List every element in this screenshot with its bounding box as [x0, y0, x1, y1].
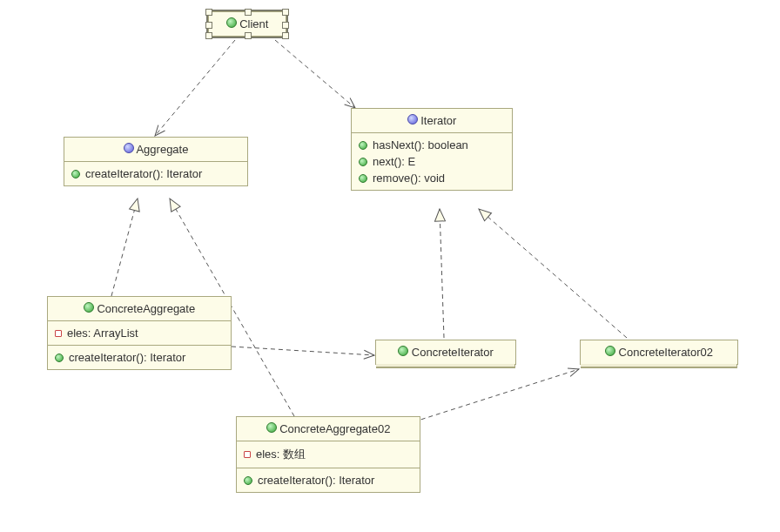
class-title: ConcreteIterator02: [581, 340, 737, 364]
class-name: ConcreteAggregate: [97, 302, 195, 315]
class-name: Aggregate: [136, 143, 188, 156]
method-signature: createIterator(): Iterator: [258, 474, 374, 487]
method-signature: createIterator(): Iterator: [85, 167, 202, 180]
public-method-icon: [244, 476, 252, 485]
interface-aggregate[interactable]: Aggregate createIterator(): Iterator: [64, 137, 248, 186]
class-concrete-iterator-02[interactable]: ConcreteIterator02: [580, 340, 738, 365]
method-signature: createIterator(): Iterator: [69, 351, 185, 364]
methods-section: createIterator(): Iterator: [64, 162, 247, 185]
method-row: remove(): void: [359, 170, 505, 186]
class-concrete-aggregate-02[interactable]: ConcreteAggregate02 eles: 数组 createItera…: [236, 416, 420, 493]
methods-section: hasNext(): boolean next(): E remove(): v…: [352, 133, 512, 190]
methods-section: createIterator(): Iterator: [48, 346, 231, 369]
method-row: hasNext(): boolean: [359, 137, 505, 153]
class-title: ConcreteAggregate02: [237, 417, 420, 441]
class-name: Client: [239, 17, 268, 30]
interface-icon: [407, 114, 418, 125]
field-icon: [244, 451, 251, 458]
public-method-icon: [71, 170, 80, 178]
field-row: eles: 数组: [244, 445, 413, 464]
class-title: Iterator: [352, 109, 512, 133]
bottom-shade: [376, 364, 515, 368]
methods-section: createIterator(): Iterator: [237, 468, 420, 492]
public-method-icon: [55, 354, 64, 362]
bottom-shade: [581, 364, 737, 368]
class-name: ConcreteIterator02: [619, 346, 713, 359]
field-signature: eles: ArrayList: [67, 327, 138, 340]
field-icon: [55, 330, 62, 337]
method-signature: hasNext(): boolean: [373, 138, 468, 152]
class-icon: [398, 346, 408, 356]
interface-iterator[interactable]: Iterator hasNext(): boolean next(): E re…: [351, 108, 513, 191]
method-signature: next(): E: [373, 155, 415, 168]
field-row: eles: ArrayList: [55, 325, 224, 341]
method-row: next(): E: [359, 153, 505, 170]
method-row: createIterator(): Iterator: [55, 349, 224, 366]
method-signature: remove(): void: [373, 172, 445, 185]
class-name: ConcreteAggregate02: [279, 422, 390, 435]
class-icon: [84, 302, 94, 313]
public-method-icon: [359, 158, 367, 166]
public-method-icon: [359, 141, 367, 150]
interface-icon: [124, 143, 134, 153]
class-icon: [605, 346, 615, 356]
class-name: ConcreteIterator: [412, 346, 494, 359]
class-name: Iterator: [420, 114, 456, 127]
class-icon: [266, 422, 277, 433]
class-title: ConcreteAggregate: [48, 297, 231, 321]
class-concrete-iterator[interactable]: ConcreteIterator: [375, 340, 516, 365]
class-client[interactable]: Client: [208, 11, 286, 37]
class-title: Aggregate: [64, 138, 247, 162]
class-icon: [226, 17, 237, 28]
method-row: createIterator(): Iterator: [244, 472, 413, 488]
public-method-icon: [359, 174, 367, 183]
fields-section: eles: 数组: [237, 441, 420, 468]
fields-section: eles: ArrayList: [48, 321, 231, 346]
class-title: ConcreteIterator: [376, 340, 515, 364]
method-row: createIterator(): Iterator: [71, 165, 240, 182]
class-concrete-aggregate[interactable]: ConcreteAggregate eles: ArrayList create…: [47, 296, 232, 370]
field-signature: eles: 数组: [256, 447, 306, 462]
